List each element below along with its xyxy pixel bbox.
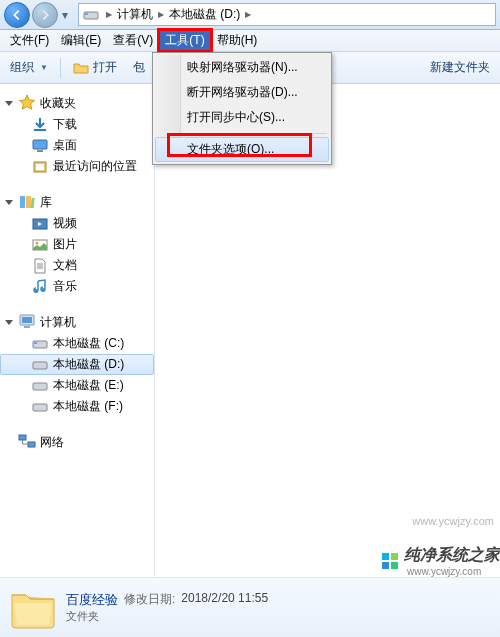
music-label: 音乐	[53, 278, 77, 295]
svg-rect-22	[19, 435, 26, 440]
menu-item-map-network-drive[interactable]: 映射网络驱动器(N)...	[155, 55, 329, 80]
favorites-star-icon	[18, 94, 36, 112]
drive-icon	[32, 399, 48, 415]
svg-rect-16	[24, 326, 30, 328]
svg-rect-6	[20, 196, 25, 208]
documents-icon	[32, 258, 48, 274]
toolbar-new-folder[interactable]: 新建文件夹	[426, 57, 494, 78]
sidebar-item-drive-d[interactable]: 本地磁盘 (D:)	[0, 354, 154, 375]
drive-d-label: 本地磁盘 (D:)	[53, 356, 124, 373]
chevron-down-icon: ▼	[40, 63, 48, 72]
sidebar-item-videos[interactable]: 视频	[0, 213, 154, 234]
sidebar-network-header[interactable]: 网络	[0, 431, 154, 453]
toolbar-include[interactable]: 包	[129, 57, 149, 78]
desktop-icon	[32, 138, 48, 154]
sidebar-item-documents[interactable]: 文档	[0, 255, 154, 276]
details-date-label: 修改日期:	[124, 591, 175, 609]
breadcrumb-computer[interactable]: 计算机	[115, 6, 155, 23]
tools-dropdown-menu: 映射网络驱动器(N)... 断开网络驱动器(D)... 打开同步中心(S)...…	[152, 52, 332, 165]
sidebar-item-drive-e[interactable]: 本地磁盘 (E:)	[0, 375, 154, 396]
network-group: 网络	[0, 431, 154, 453]
drive-icon	[83, 7, 99, 23]
details-item-name: 百度经验	[66, 591, 118, 609]
menu-item-open-sync-center[interactable]: 打开同步中心(S)...	[155, 105, 329, 130]
recent-places-icon	[32, 159, 48, 175]
svg-rect-2	[33, 140, 47, 149]
svg-point-11	[36, 241, 39, 244]
sidebar-libraries-header[interactable]: 库	[0, 191, 154, 213]
menu-item-folder-options[interactable]: 文件夹选项(O)...	[155, 137, 329, 162]
sidebar-item-pictures[interactable]: 图片	[0, 234, 154, 255]
expand-toggle-icon[interactable]	[3, 317, 14, 328]
navigation-pane: 收藏夹 下载 桌面 最近访问的位置 库 视频	[0, 84, 155, 577]
breadcrumb-location[interactable]: 本地磁盘 (D:)	[167, 6, 242, 23]
drive-c-label: 本地磁盘 (C:)	[53, 335, 124, 352]
videos-label: 视频	[53, 215, 77, 232]
downloads-label: 下载	[53, 116, 77, 133]
chevron-right-icon[interactable]: ▶	[242, 10, 254, 19]
toolbar-include-label: 包	[133, 59, 145, 76]
svg-rect-21	[33, 404, 47, 411]
details-item-type: 文件夹	[66, 609, 268, 624]
toolbar-open[interactable]: 打开	[69, 57, 121, 78]
nav-forward-button[interactable]	[32, 2, 58, 28]
menu-separator	[185, 133, 327, 134]
svg-rect-8	[31, 198, 35, 208]
address-bar[interactable]: ▶ 计算机 ▶ 本地磁盘 (D:) ▶	[78, 3, 496, 26]
network-icon	[18, 433, 36, 451]
sidebar-computer-header[interactable]: 计算机	[0, 311, 154, 333]
svg-rect-19	[33, 362, 47, 369]
chevron-right-icon[interactable]: ▶	[155, 10, 167, 19]
svg-rect-7	[26, 196, 31, 208]
recent-label: 最近访问的位置	[53, 158, 137, 175]
svg-rect-15	[22, 317, 32, 323]
separator	[60, 58, 61, 78]
sidebar-item-downloads[interactable]: 下载	[0, 114, 154, 135]
drive-icon	[32, 357, 48, 373]
nav-back-button[interactable]	[4, 2, 30, 28]
music-icon	[32, 279, 48, 295]
menu-file[interactable]: 文件(F)	[4, 30, 55, 51]
expand-toggle-icon[interactable]	[3, 197, 14, 208]
libraries-icon	[18, 193, 36, 211]
menu-edit[interactable]: 编辑(E)	[55, 30, 107, 51]
menu-item-disconnect-network-drive[interactable]: 断开网络驱动器(D)...	[155, 80, 329, 105]
sidebar-item-music[interactable]: 音乐	[0, 276, 154, 297]
sidebar-item-recent[interactable]: 最近访问的位置	[0, 156, 154, 177]
toolbar-organize-label: 组织	[10, 59, 34, 76]
pictures-label: 图片	[53, 236, 77, 253]
drive-icon	[32, 378, 48, 394]
folder-open-icon	[73, 60, 89, 76]
video-icon	[32, 216, 48, 232]
download-icon	[32, 117, 48, 133]
menu-view[interactable]: 查看(V)	[107, 30, 159, 51]
libraries-label: 库	[40, 194, 52, 211]
toolbar-organize[interactable]: 组织▼	[6, 57, 52, 78]
menu-tools[interactable]: 工具(T)	[159, 30, 210, 51]
nav-history-dropdown[interactable]: ▾	[60, 8, 70, 22]
drive-icon	[32, 336, 48, 352]
details-date-value: 2018/2/20 11:55	[181, 591, 268, 609]
sidebar-favorites-header[interactable]: 收藏夹	[0, 92, 154, 114]
chevron-right-icon[interactable]: ▶	[103, 10, 115, 19]
svg-rect-5	[36, 164, 44, 170]
folder-large-icon	[8, 585, 56, 631]
svg-rect-23	[28, 442, 35, 447]
sidebar-item-drive-c[interactable]: 本地磁盘 (C:)	[0, 333, 154, 354]
svg-rect-20	[33, 383, 47, 390]
menu-help[interactable]: 帮助(H)	[211, 30, 264, 51]
svg-rect-3	[37, 150, 43, 152]
pictures-icon	[32, 237, 48, 253]
svg-rect-1	[85, 13, 88, 15]
drive-e-label: 本地磁盘 (E:)	[53, 377, 124, 394]
expand-toggle-icon[interactable]	[3, 98, 14, 109]
drive-f-label: 本地磁盘 (F:)	[53, 398, 123, 415]
sidebar-item-drive-f[interactable]: 本地磁盘 (F:)	[0, 396, 154, 417]
favorites-group: 收藏夹 下载 桌面 最近访问的位置	[0, 92, 154, 177]
sidebar-item-desktop[interactable]: 桌面	[0, 135, 154, 156]
toolbar-open-label: 打开	[93, 59, 117, 76]
title-bar: ▾ ▶ 计算机 ▶ 本地磁盘 (D:) ▶	[0, 0, 500, 30]
network-label: 网络	[40, 434, 64, 451]
computer-icon	[18, 313, 36, 331]
details-pane: 百度经验 修改日期: 2018/2/20 11:55 文件夹	[0, 577, 500, 637]
